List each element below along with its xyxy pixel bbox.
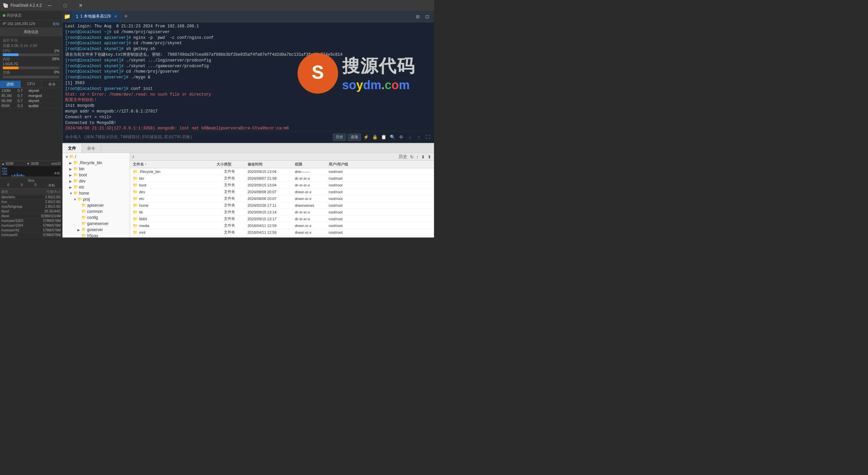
- tree-item[interactable]: 📁 config: [76, 215, 128, 221]
- proc-name: auditd: [28, 104, 61, 108]
- list-item[interactable]: /sys/fs/cgroup 2.8G/2.8G: [0, 204, 62, 209]
- tree-item[interactable]: 📁 gameserver: [76, 221, 128, 227]
- file-perm: drwxrwxrwx: [295, 203, 329, 207]
- folder-nav-icon[interactable]: 📁: [62, 11, 72, 22]
- tree-item[interactable]: ▶ 📁 .Recycle_bin: [68, 160, 128, 166]
- table-row[interactable]: 📁opt 文件夹 2023/09/15 13:05 drwxr-xr-x roo…: [130, 236, 434, 238]
- file-name: 📁lib: [133, 210, 200, 215]
- history-button[interactable]: 历史: [333, 133, 346, 141]
- split-icon[interactable]: ⊡: [423, 12, 431, 21]
- list-item[interactable]: /dev/shm 2.8G/2.8G: [0, 195, 62, 200]
- table-row[interactable]: 📁home 文件夹 2024/02/26 17:11 drwxrwxrwx ro…: [130, 202, 434, 209]
- refresh-icon[interactable]: ↻: [410, 154, 414, 159]
- tree-item[interactable]: 📁 common: [76, 208, 128, 215]
- table-row[interactable]: 📁lib 文件夹 2023/09/15 13:14 dr-xr-xr-x roo…: [130, 209, 434, 216]
- list-item[interactable]: /run/user/1004 578M/578M: [0, 223, 62, 228]
- tree-item[interactable]: 📁 h5pay: [76, 233, 128, 238]
- table-row[interactable]: 📁etc 文件夹 2024/08/08 20:07 drwxr-xr-x roo…: [130, 195, 434, 202]
- col-owner: 用户/用户组: [329, 162, 362, 167]
- copy-ip-button[interactable]: 复制: [53, 22, 59, 26]
- maximize-button[interactable]: □: [57, 0, 73, 11]
- tree-label: goserver: [87, 227, 127, 232]
- up-icon[interactable]: ↑: [416, 154, 419, 159]
- tree-label: gameserver: [87, 221, 127, 226]
- table-row[interactable]: 📁mnt 文件夹 2018/04/11 12:59 drwxr-xr-x roo…: [130, 229, 434, 236]
- terminal-area[interactable]: Last login: Thu Aug 8 21:21:23 2024 from…: [62, 22, 434, 131]
- proc-cpu: 0.7: [18, 89, 28, 93]
- table-row[interactable]: 📁media 文件夹 2018/04/11 12:59 drwxr-xr-x r…: [130, 222, 434, 229]
- search-icon[interactable]: 🔍: [389, 133, 396, 141]
- minimize-button[interactable]: ─: [42, 0, 57, 11]
- file-mtime: 2023/09/15 13:05: [248, 237, 295, 238]
- tree-item[interactable]: ▶ 📁 boot: [68, 172, 128, 178]
- list-item[interactable]: 66.9M 0.7 skynet: [0, 98, 62, 103]
- list-item[interactable]: /run/user/0 578M/578M: [0, 233, 62, 238]
- tree-item[interactable]: ▼ 📁 proj: [72, 196, 128, 202]
- options-button[interactable]: 选项: [348, 133, 361, 141]
- table-row[interactable]: 📁.Recycle_bin 文件夹 2023/09/15 13:04 drw--…: [130, 168, 434, 175]
- close-button[interactable]: ✕: [73, 0, 88, 11]
- upload-tool-icon[interactable]: ⬆: [428, 154, 431, 159]
- table-row[interactable]: 📁bin 文件夹 2024/08/07 21:58 dr-xr-xr-x roo…: [130, 175, 434, 182]
- tree-item[interactable]: ▶ 📁 etc: [68, 184, 128, 190]
- list-item[interactable]: /run/user/42 578M/578M: [0, 228, 62, 233]
- tab-cmd[interactable]: 命令: [82, 144, 101, 153]
- tree-item[interactable]: ▶ 📁 goserver: [76, 227, 128, 233]
- tree-item[interactable]: ▶ 📁 dev: [68, 178, 128, 184]
- copy-icon[interactable]: 📋: [380, 133, 387, 141]
- file-owner: root/root: [329, 230, 362, 234]
- tree-root-item[interactable]: ▼ 📁 /: [64, 154, 128, 160]
- tree-item[interactable]: ▶ 📁 bin: [68, 166, 128, 172]
- sync-dot: [3, 14, 5, 17]
- mem-value: 28%: [52, 57, 59, 62]
- tree-item[interactable]: 📁 apiserver: [76, 202, 128, 208]
- lightning-icon[interactable]: ⚡: [362, 133, 370, 141]
- list-item[interactable]: /run 2.8G/2.8G: [0, 200, 62, 204]
- cpu-progress-bar: [3, 53, 19, 56]
- tab-command[interactable]: 命令: [42, 81, 62, 88]
- command-input[interactable]: [65, 135, 331, 140]
- tree-label: h5pay: [87, 233, 127, 238]
- file-type: 文件夹: [224, 196, 248, 201]
- upload-icon[interactable]: ↑: [415, 133, 423, 141]
- tree-label: /: [75, 154, 127, 159]
- proc-cpu: 0.7: [18, 99, 28, 103]
- table-row[interactable]: 📁dev 文件夹 2024/08/08 20:07 drwxr-xr-x roo…: [130, 189, 434, 195]
- file-owner: root/root: [329, 183, 362, 187]
- term-line: Stat: cd = Error: /home/dev/.read: no su…: [65, 92, 431, 98]
- table-row[interactable]: 📁lib64 文件夹 2023/09/15 13:17 dr-xr-xr-x r…: [130, 216, 434, 222]
- tree-label: config: [87, 215, 127, 220]
- download-icon[interactable]: ↓: [406, 133, 414, 141]
- download-tool-icon[interactable]: ⬇: [421, 154, 425, 159]
- tab-cpu[interactable]: CPU: [21, 81, 42, 88]
- folder-icon: 📁: [73, 173, 78, 177]
- session-tab[interactable]: 1 1 本地服务器129 ✕: [72, 11, 121, 22]
- settings-icon[interactable]: ⚙: [398, 133, 405, 141]
- file-perm: drwxr-xr-x: [295, 197, 329, 201]
- list-item[interactable]: /boot 35.3G/44G: [0, 209, 62, 214]
- sidebar-tabs: 进程 CPU 命令: [0, 81, 62, 88]
- lock-icon[interactable]: 🔒: [371, 133, 379, 141]
- tab-close-icon[interactable]: ✕: [114, 15, 117, 18]
- tree-label: proj: [83, 197, 127, 202]
- proc-name: mongod: [28, 94, 61, 98]
- history-tool-button[interactable]: 历史: [399, 154, 407, 160]
- list-item[interactable]: /boot 829M/1014M: [0, 214, 62, 219]
- tab-file[interactable]: 文件: [62, 144, 82, 153]
- file-panel: / 历史 ↻ ↑ ⬇ ⬆ 文件名 ↑ 大小 类型: [130, 153, 434, 238]
- tab-process[interactable]: 进程: [0, 81, 21, 88]
- table-row[interactable]: 📁boot 文件夹 2023/09/15 13:04 dr-xr-xr-x ro…: [130, 182, 434, 189]
- list-item[interactable]: 130M 0.7 skynet: [0, 88, 62, 93]
- add-tab-button[interactable]: +: [121, 11, 131, 22]
- tree-arrow: ▼: [69, 192, 73, 195]
- list-item[interactable]: 85.3M 0.7 mongod: [0, 93, 62, 98]
- term-line: 配置文件初始化！: [65, 97, 431, 103]
- list-item[interactable]: /run/user/1003 578M/578M: [0, 219, 62, 223]
- tab-label: 1 本地服务器129: [80, 14, 111, 19]
- layout-icon[interactable]: ⊞: [414, 12, 422, 21]
- proc-mem: 85.3M: [1, 94, 18, 98]
- list-item[interactable]: 856K 0.3 auditd: [0, 103, 62, 108]
- folder-icon: 📁: [81, 233, 86, 238]
- tree-item[interactable]: ▼ 📁 home: [68, 190, 128, 196]
- fullscreen-icon[interactable]: ⛶: [424, 133, 431, 141]
